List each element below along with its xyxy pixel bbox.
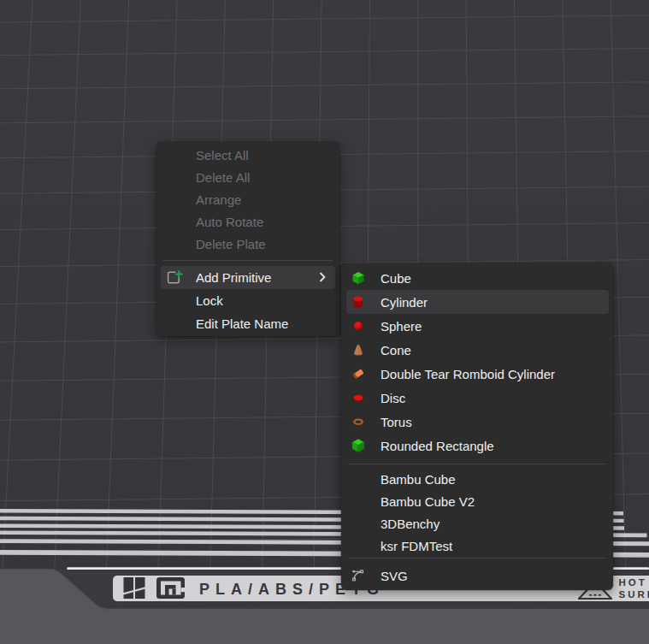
sphere-icon (351, 319, 365, 334)
menu-item-label: Delete All (196, 170, 250, 185)
plate-type-icon (156, 577, 185, 599)
submenu-item-rounded-rectangle[interactable]: Rounded Rectangle (341, 434, 613, 458)
bambu-logo-icon (123, 577, 145, 599)
menu-item-label: Auto Rotate (196, 215, 263, 229)
submenu-item-label: Cube (381, 271, 411, 286)
menu-item-label: Edit Plate Name (196, 316, 288, 331)
menu-item-label: Arrange (196, 192, 241, 207)
double-tear-romboid-cylinder-icon (351, 367, 365, 381)
menu-item-select-all[interactable]: Select All (156, 144, 339, 166)
submenu-item-cube[interactable]: Cube (341, 266, 613, 290)
submenu-item-label: Rounded Rectangle (381, 439, 494, 453)
menu-item-label: Select All (196, 148, 249, 162)
menu-item-edit-plate-name[interactable]: Edit Plate Name (156, 312, 339, 335)
submenu-item-label: ksr FDMTest (381, 539, 452, 553)
submenu-separator (348, 464, 606, 464)
cone-icon (351, 343, 365, 357)
submenu-item-label: Bambu Cube (381, 472, 456, 487)
submenu-separator (348, 558, 606, 558)
submenu-item-ksr-fdmtest[interactable]: ksr FDMTest (341, 535, 613, 557)
menu-item-label: Add Primitive (196, 270, 271, 285)
menu-item-delete-plate[interactable]: Delete Plate (156, 233, 339, 255)
submenu-item-label: Bambu Cube V2 (381, 494, 475, 509)
submenu-item-label: Double Tear Romboid Cylinder (381, 367, 555, 381)
menu-item-lock[interactable]: Lock (156, 289, 339, 312)
submenu-item-label: Torus (381, 415, 412, 429)
disc-icon (351, 391, 365, 405)
submenu-item-sphere[interactable]: Sphere (341, 314, 613, 338)
slicer-3d-viewport[interactable]: PLA/ABS/PETG HOT SURFACE Select All Dele… (0, 0, 649, 644)
submenu-item-svg[interactable]: SVG (341, 564, 613, 588)
submenu-item-label: Sphere (381, 319, 422, 334)
submenu-item-cone[interactable]: Cone (341, 338, 613, 362)
submenu-item-label: SVG (381, 569, 408, 583)
submenu-item-cylinder[interactable]: Cylinder (346, 290, 609, 314)
add-primitive-submenu: Cube Cylinder (341, 263, 613, 590)
menu-separator (163, 260, 333, 261)
submenu-item-torus[interactable]: Torus (341, 410, 613, 434)
menu-item-add-primitive[interactable]: Add Primitive (161, 266, 335, 289)
submenu-item-label: 3DBenchy (381, 517, 440, 531)
plate-context-menu: Select All Delete All Arrange Auto Rotat… (156, 142, 339, 336)
hot-text-line2: SURFACE (619, 589, 649, 600)
menu-item-delete-all[interactable]: Delete All (156, 166, 339, 188)
hot-surface-text: HOT SURFACE (619, 577, 649, 600)
cylinder-icon (351, 295, 365, 310)
submenu-item-disc[interactable]: Disc (341, 386, 613, 410)
menu-item-label: Lock (196, 293, 223, 308)
submenu-item-label: Disc (381, 391, 405, 405)
submenu-item-double-tear-romboid-cylinder[interactable]: Double Tear Romboid Cylinder (341, 362, 613, 386)
menu-item-auto-rotate[interactable]: Auto Rotate (156, 210, 339, 233)
hot-text-line1: HOT (619, 577, 649, 588)
submenu-arrow-icon (319, 272, 326, 282)
rounded-rectangle-icon (351, 439, 365, 453)
menu-item-label: Delete Plate (196, 237, 266, 251)
submenu-item-bambu-cube[interactable]: Bambu Cube (341, 468, 613, 490)
submenu-item-3dbenchy[interactable]: 3DBenchy (341, 512, 613, 535)
cube-icon (351, 271, 365, 286)
menu-item-arrange[interactable]: Arrange (156, 188, 339, 210)
torus-icon (351, 415, 365, 429)
submenu-item-bambu-cube-v2[interactable]: Bambu Cube V2 (341, 490, 613, 512)
svg-icon (351, 569, 365, 583)
submenu-item-label: Cylinder (381, 295, 428, 310)
add-primitive-icon (166, 269, 184, 287)
submenu-item-label: Cone (381, 343, 411, 357)
